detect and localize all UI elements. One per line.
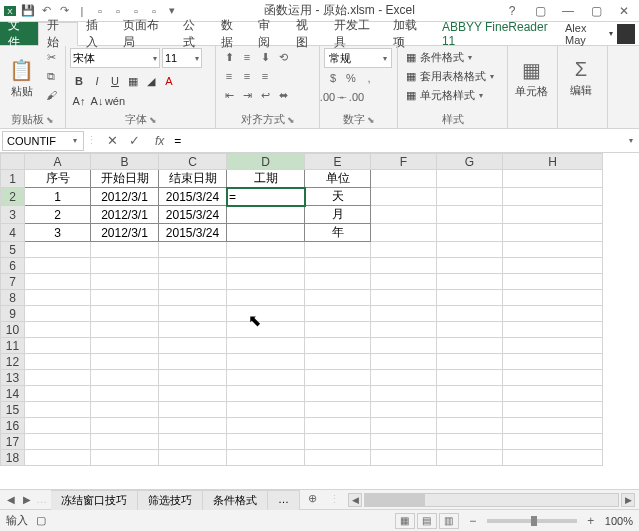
clipboard-launcher-icon[interactable]: ⬊ bbox=[46, 115, 54, 125]
tab-review[interactable]: 审阅 bbox=[250, 22, 288, 45]
tab-file[interactable]: 文件 bbox=[0, 22, 38, 45]
col-header-H[interactable]: H bbox=[503, 154, 603, 170]
cell-B3[interactable]: 2012/3/1 bbox=[91, 206, 159, 224]
cell-E2[interactable]: 天 bbox=[305, 188, 371, 206]
cell-A4[interactable]: 3 bbox=[25, 224, 91, 242]
tab-view[interactable]: 视图 bbox=[288, 22, 326, 45]
number-launcher-icon[interactable]: ⬊ bbox=[367, 115, 375, 125]
cut-icon[interactable]: ✂ bbox=[41, 48, 61, 66]
phonetic-button[interactable]: wén bbox=[106, 92, 124, 110]
user-name[interactable]: Alex May bbox=[565, 22, 605, 46]
conditional-format-button[interactable]: ▦条件格式▾ bbox=[402, 48, 498, 66]
cell-D1[interactable]: 工期 bbox=[227, 170, 305, 188]
comma-button[interactable]: , bbox=[360, 69, 378, 87]
row-header-8[interactable]: 8 bbox=[1, 290, 25, 306]
minimize-icon[interactable]: — bbox=[555, 2, 581, 20]
fill-color-button[interactable]: ◢ bbox=[142, 72, 160, 90]
cell-B2[interactable]: 2012/3/1 bbox=[91, 188, 159, 206]
decrease-indent-button[interactable]: ⇤ bbox=[220, 86, 238, 104]
cell-C3[interactable]: 2015/3/24 bbox=[159, 206, 227, 224]
cell-E3[interactable]: 月 bbox=[305, 206, 371, 224]
tab-layout[interactable]: 页面布局 bbox=[115, 22, 175, 45]
tab-home[interactable]: 开始 bbox=[38, 22, 78, 46]
view-normal-icon[interactable]: ▦ bbox=[395, 513, 415, 529]
row-header-14[interactable]: 14 bbox=[1, 386, 25, 402]
sheet-tab-1[interactable]: 筛选技巧 bbox=[138, 490, 203, 510]
font-launcher-icon[interactable]: ⬊ bbox=[149, 115, 157, 125]
row-header-11[interactable]: 11 bbox=[1, 338, 25, 354]
sheet-tab-more[interactable]: … bbox=[268, 490, 300, 510]
row-header-4[interactable]: 4 bbox=[1, 224, 25, 242]
row-header-5[interactable]: 5 bbox=[1, 242, 25, 258]
alignment-launcher-icon[interactable]: ⬊ bbox=[287, 115, 295, 125]
help-icon[interactable]: ? bbox=[499, 2, 525, 20]
col-header-G[interactable]: G bbox=[437, 154, 503, 170]
align-top-button[interactable]: ⬆ bbox=[220, 48, 238, 66]
col-header-C[interactable]: C bbox=[159, 154, 227, 170]
align-right-button[interactable]: ≡ bbox=[256, 67, 274, 85]
user-dropdown-icon[interactable]: ▾ bbox=[609, 29, 613, 38]
view-page-break-icon[interactable]: ▥ bbox=[439, 513, 459, 529]
select-all-corner[interactable] bbox=[1, 154, 25, 170]
hscroll-thumb[interactable] bbox=[365, 494, 425, 506]
row-header-3[interactable]: 3 bbox=[1, 206, 25, 224]
cell-E4[interactable]: 年 bbox=[305, 224, 371, 242]
merge-button[interactable]: ⬌ bbox=[274, 86, 292, 104]
cell-H4[interactable] bbox=[503, 224, 603, 242]
col-header-F[interactable]: F bbox=[371, 154, 437, 170]
cell-D2[interactable]: = bbox=[227, 188, 305, 206]
view-page-layout-icon[interactable]: ▤ bbox=[417, 513, 437, 529]
cell-B4[interactable]: 2012/3/1 bbox=[91, 224, 159, 242]
cell-D4[interactable] bbox=[227, 224, 305, 242]
sheet-nav-next-icon[interactable]: ▶ bbox=[20, 493, 34, 507]
tab-developer[interactable]: 开发工具 bbox=[326, 22, 386, 45]
font-name-selector[interactable]: 宋体▾ bbox=[70, 48, 160, 68]
cell-H1[interactable] bbox=[503, 170, 603, 188]
tab-insert[interactable]: 插入 bbox=[78, 22, 116, 45]
cell-G2[interactable] bbox=[437, 188, 503, 206]
cell-C2[interactable]: 2015/3/24 bbox=[159, 188, 227, 206]
cell-G3[interactable] bbox=[437, 206, 503, 224]
cell-F4[interactable] bbox=[371, 224, 437, 242]
ribbon-options-icon[interactable]: ▢ bbox=[527, 2, 553, 20]
user-avatar[interactable] bbox=[617, 24, 635, 44]
name-box-dropdown-icon[interactable]: ▾ bbox=[71, 136, 79, 145]
currency-button[interactable]: $ bbox=[324, 69, 342, 87]
italic-button[interactable]: I bbox=[88, 72, 106, 90]
bold-button[interactable]: B bbox=[70, 72, 88, 90]
cancel-formula-button[interactable]: ✕ bbox=[101, 131, 123, 151]
cell-E1[interactable]: 单位 bbox=[305, 170, 371, 188]
table-format-button[interactable]: ▦套用表格格式▾ bbox=[402, 67, 498, 85]
tab-data[interactable]: 数据 bbox=[213, 22, 251, 45]
col-header-D[interactable]: D bbox=[227, 154, 305, 170]
zoom-slider-handle[interactable] bbox=[531, 516, 537, 526]
sheet-nav-prev-icon[interactable]: ◀ bbox=[4, 493, 18, 507]
formula-expand-icon[interactable]: ▾ bbox=[623, 136, 639, 145]
border-button[interactable]: ▦ bbox=[124, 72, 142, 90]
cell-A2[interactable]: 1 bbox=[25, 188, 91, 206]
hscroll-right-icon[interactable]: ▶ bbox=[621, 493, 635, 507]
decrease-decimal-button[interactable]: ←.00 bbox=[342, 88, 360, 106]
align-left-button[interactable]: ≡ bbox=[220, 67, 238, 85]
cell-D3[interactable] bbox=[227, 206, 305, 224]
decrease-font-button[interactable]: A↓ bbox=[88, 92, 106, 110]
increase-font-button[interactable]: A↑ bbox=[70, 92, 88, 110]
cell-H2[interactable] bbox=[503, 188, 603, 206]
paste-button[interactable]: 📋 粘贴 bbox=[4, 48, 39, 108]
zoom-level[interactable]: 100% bbox=[605, 515, 633, 527]
cell-F1[interactable] bbox=[371, 170, 437, 188]
sheet-add-button[interactable]: ⊕ bbox=[300, 490, 325, 510]
cell-C1[interactable]: 结束日期 bbox=[159, 170, 227, 188]
orientation-button[interactable]: ⟲ bbox=[274, 48, 292, 66]
row-header-7[interactable]: 7 bbox=[1, 274, 25, 290]
wrap-text-button[interactable]: ↩ bbox=[256, 86, 274, 104]
cell-F3[interactable] bbox=[371, 206, 437, 224]
row-header-2[interactable]: 2 bbox=[1, 188, 25, 206]
row-header-10[interactable]: 10 bbox=[1, 322, 25, 338]
tab-addins[interactable]: 加载项 bbox=[385, 22, 434, 45]
increase-indent-button[interactable]: ⇥ bbox=[238, 86, 256, 104]
row-header-6[interactable]: 6 bbox=[1, 258, 25, 274]
align-center-button[interactable]: ≡ bbox=[238, 67, 256, 85]
row-header-15[interactable]: 15 bbox=[1, 402, 25, 418]
cell-styles-button[interactable]: ▦单元格样式▾ bbox=[402, 86, 498, 104]
